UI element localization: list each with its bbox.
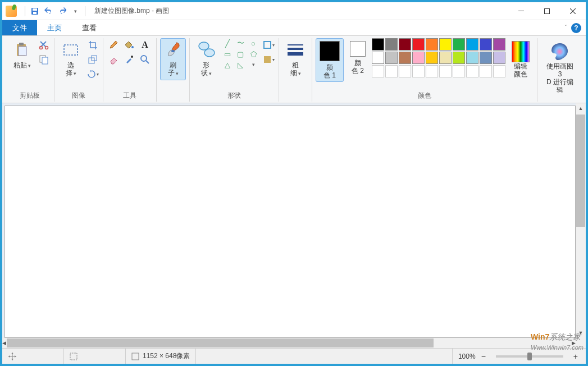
scroll-thumb[interactable] [576,115,585,227]
cut-button[interactable] [37,38,51,52]
brushes-button[interactable]: 刷 子 [160,38,186,80]
scroll-up-icon[interactable]: ▲ [576,103,586,113]
svg-point-17 [141,56,147,61]
group-size: 粗 细 [279,38,312,102]
color-swatch[interactable] [466,65,478,77]
eraser-tool[interactable] [107,53,120,66]
scroll-right-icon[interactable]: ▶ [572,338,576,348]
color-swatch[interactable] [439,38,452,51]
color2-button[interactable]: 颜 色 2 [346,38,370,77]
svg-rect-27 [132,353,139,360]
shape-outline-button[interactable]: ▾ [262,38,275,52]
shape-rtri[interactable]: ◺ [234,60,247,70]
color-swatch[interactable] [412,38,425,51]
color-swatch[interactable] [372,38,384,51]
shape-poly[interactable]: ⬠ [247,49,259,59]
close-button[interactable] [560,3,586,20]
paint3d-button[interactable]: 使用画图 3 D 进行编辑 [541,38,579,97]
shape-line[interactable]: ╱ [221,38,234,48]
color-swatch[interactable] [426,38,438,51]
file-menu[interactable]: 文件 [2,20,37,35]
svg-point-9 [45,47,48,49]
zoom-out-button[interactable]: − [479,352,488,361]
color-swatch[interactable] [426,52,438,64]
color-swatch[interactable] [385,52,398,64]
picker-tool[interactable] [122,53,136,66]
resize-button[interactable] [86,53,99,66]
redo-button[interactable] [56,5,68,17]
save-icon [30,7,39,16]
shape-gallery[interactable]: ╱ 〜 ○ ▭ ▢ ⬠ △ ◺ ▾ [221,38,259,70]
color-swatch[interactable] [493,38,505,51]
color-swatch[interactable] [399,65,411,77]
shapes-button[interactable]: 形 状 [193,38,219,80]
horizontal-scrollbar[interactable]: ◀ ▶ [2,338,586,348]
shape-rect[interactable]: ▭ [221,49,234,59]
brush-icon [164,41,182,59]
color-swatch[interactable] [412,52,425,64]
group-clipboard: 粘贴 剪贴板 [6,38,54,102]
color-swatch[interactable] [480,38,492,51]
canvas[interactable] [4,106,576,338]
color-swatch[interactable] [385,65,398,77]
paste-button[interactable]: 粘贴 [9,38,35,72]
shape-tri[interactable]: △ [221,60,234,70]
color-swatch[interactable] [439,52,452,64]
shape-fill-button[interactable]: ▾ [262,53,275,66]
maximize-button[interactable] [534,3,560,20]
color-swatch[interactable] [399,52,411,64]
svg-rect-26 [70,353,77,360]
color-swatch[interactable] [466,52,478,64]
scroll-thumb[interactable] [7,338,434,347]
qat-customize[interactable]: ▾ [69,5,81,17]
select-button[interactable]: 选 择 [58,38,84,80]
color-swatch[interactable] [385,38,398,51]
zoom-slider[interactable] [496,355,563,358]
shape-oval[interactable]: ○ [247,38,259,48]
color-swatch[interactable] [412,65,425,77]
color-swatch[interactable] [439,65,452,77]
collapse-ribbon-icon[interactable]: ˇ [565,25,567,31]
selection-icon [70,353,78,360]
size-button[interactable]: 粗 细 [282,38,308,80]
scroll-left-icon[interactable]: ◀ [2,338,6,348]
rotate-button[interactable]: ▾ [86,67,99,81]
svg-rect-21 [264,42,271,48]
color-swatch[interactable] [493,65,505,77]
status-position [2,349,64,364]
status-zoom: 100% − + [453,349,586,364]
crop-button[interactable] [86,38,99,52]
color-swatch[interactable] [426,65,438,77]
help-button[interactable]: ? [571,23,581,33]
undo-button[interactable] [42,5,54,17]
svg-point-8 [40,47,43,49]
tab-view[interactable]: 查看 [72,20,107,35]
color-swatch[interactable] [399,38,411,51]
save-button[interactable] [29,5,41,17]
color-swatch[interactable] [372,65,384,77]
text-tool[interactable]: A [138,38,152,52]
vertical-scrollbar[interactable]: ▲ ▼ [576,103,586,338]
fill-tool[interactable] [122,38,136,52]
color-swatch[interactable] [493,52,505,64]
color-swatch[interactable] [466,38,478,51]
color-swatch[interactable] [480,52,492,64]
minimize-button[interactable] [508,3,534,20]
zoom-in-button[interactable]: + [571,352,580,361]
color1-button[interactable]: 颜 色 1 [316,38,344,82]
edit-colors-button[interactable]: 编辑 颜色 [508,38,534,81]
tab-home[interactable]: 主页 [37,20,72,35]
magnifier-tool[interactable] [138,53,152,66]
color-swatch[interactable] [453,38,465,51]
shape-curve[interactable]: 〜 [234,38,247,48]
color-swatch[interactable] [453,65,465,77]
shape-more[interactable]: ▾ [247,60,259,70]
color-swatch[interactable] [480,65,492,77]
scroll-down-icon[interactable]: ▼ [576,328,586,338]
pencil-tool[interactable] [107,38,120,52]
group-brushes: 刷 子 [157,38,190,102]
shape-roundrect[interactable]: ▢ [234,49,247,59]
copy-button[interactable] [37,53,51,66]
color-swatch[interactable] [453,52,465,64]
color-swatch[interactable] [372,52,384,64]
